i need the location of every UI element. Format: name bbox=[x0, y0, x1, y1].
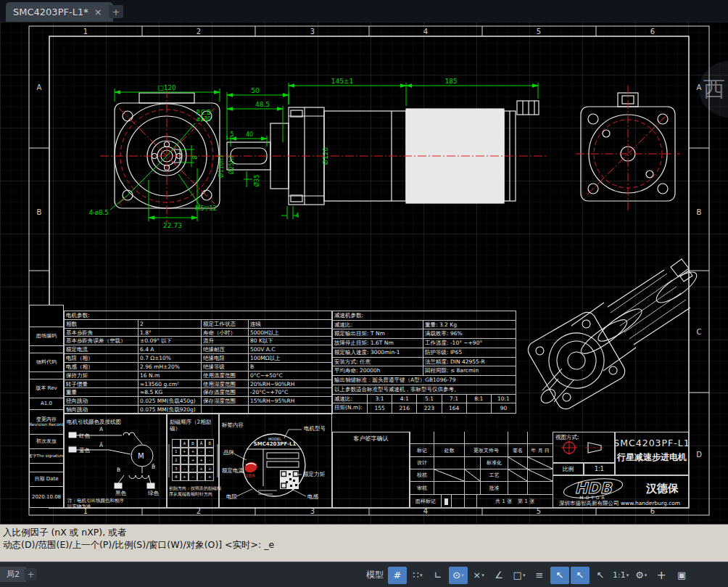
settings-gear-icon[interactable]: ⚙▾ bbox=[632, 567, 650, 584]
svg-text:2: 2 bbox=[197, 507, 201, 515]
lineweight-toggle-icon[interactable]: ≡ bbox=[530, 567, 549, 584]
nameplate-brand-logo: 汉德保 bbox=[244, 473, 255, 477]
dim-square: □120 bbox=[157, 84, 176, 91]
angle-toggle-icon[interactable]: ∠ bbox=[489, 567, 508, 584]
drawing-code-label: 图纸编码 bbox=[30, 327, 63, 346]
iso-view bbox=[525, 259, 700, 412]
date-value: 2020.10.08 bbox=[30, 487, 63, 507]
zone-col: 1 bbox=[83, 28, 88, 36]
svg-text:2: 2 bbox=[197, 28, 201, 36]
svg-text:Ø35: Ø35 bbox=[253, 175, 260, 186]
side-view bbox=[227, 101, 539, 205]
command-history-line: 入比例因子 (nX 或 nXP), 或者 bbox=[3, 526, 725, 538]
material-code-label: 物料代码 bbox=[30, 353, 63, 372]
grid-toggle-icon[interactable]: # bbox=[388, 567, 407, 584]
svg-text:A: A bbox=[37, 83, 42, 91]
svg-text:5: 5 bbox=[537, 28, 541, 36]
scale-value: 1:1 bbox=[584, 463, 615, 475]
svg-text:ø130: ø130 bbox=[197, 116, 211, 123]
svg-text:C: C bbox=[697, 328, 702, 336]
svg-text:Ø120: Ø120 bbox=[322, 147, 329, 165]
logo-box: HDB MOTOR 汉德保 深圳市德智高新有限公司 www.handerburg… bbox=[553, 475, 689, 508]
hdb-logo: HDB MOTOR bbox=[562, 477, 624, 501]
layout-tab[interactable]: 局2 bbox=[0, 567, 26, 582]
svg-text:22.73: 22.73 bbox=[163, 222, 182, 229]
svg-text:4: 4 bbox=[423, 507, 428, 515]
revision-info-column: 图纸编码 物料代码 版本 Rev A1.0 变更内容Revision Recor… bbox=[29, 305, 64, 508]
status-bar: 局2 + 模型 # ∷▾ ∟ ⊙▾ ×▾ ∠ □▾ ≡ ↖ ↖ ↖ 1:1▾ ⚙… bbox=[0, 562, 728, 587]
svg-text:50: 50 bbox=[251, 87, 260, 94]
osnap-track-toggle-icon[interactable]: ×▾ bbox=[469, 567, 488, 584]
model-space-button[interactable]: 模型 bbox=[366, 569, 384, 581]
ortho-toggle-icon[interactable]: ∟ bbox=[429, 567, 447, 584]
wiring-title: 电机引线颜色及接线图 bbox=[67, 419, 121, 425]
dimension-labels: □120 P.C.D ø130 4-ø8.5 M5▽12 22.73 8 Ø11… bbox=[88, 78, 457, 229]
projection-symbol bbox=[558, 440, 611, 456]
svg-text:MOTOR: MOTOR bbox=[579, 495, 606, 500]
product-name: 行星减速步进电机 bbox=[616, 452, 688, 463]
svg-text:Ø110h7: Ø110h7 bbox=[218, 155, 225, 178]
scale-label: 比例 bbox=[553, 463, 584, 475]
svg-text:48.5: 48.5 bbox=[255, 101, 270, 108]
svg-text:3: 3 bbox=[310, 507, 315, 515]
gear-table-title: 减速机参数: bbox=[333, 311, 516, 320]
svg-text:4-ø8.5: 4-ø8.5 bbox=[88, 209, 108, 216]
svg-text:145±1: 145±1 bbox=[331, 78, 353, 85]
workspace-toggle-icon[interactable]: □▾ bbox=[510, 567, 529, 584]
isolate-objects-icon[interactable]: ▣ bbox=[672, 567, 691, 584]
svg-text:40: 40 bbox=[246, 131, 253, 138]
rear-centerlines bbox=[576, 86, 680, 212]
command-input-line[interactable]: 动态(D)/范围(E)/上一个(P)/比例(S)/窗口(W)/对象(O)] <实… bbox=[3, 538, 725, 551]
polar-toggle-icon[interactable]: ⊙▾ bbox=[449, 567, 468, 584]
svg-text:Ø25h7: Ø25h7 bbox=[228, 155, 235, 175]
snap-toggle-icon[interactable]: ∷▾ bbox=[408, 567, 427, 584]
svg-text:6: 6 bbox=[650, 28, 655, 36]
motor-table-title: 电机参数: bbox=[65, 311, 333, 320]
nameplate-cell: 标签内容 电机型号 品牌 额定电流 额定力矩 电阻 电感 MODEL SMC42… bbox=[219, 414, 332, 508]
signature-label: 签字The signature bbox=[30, 449, 63, 464]
svg-text:P.C.D: P.C.D bbox=[197, 110, 211, 116]
svg-text:B: B bbox=[37, 208, 42, 216]
svg-text:3: 3 bbox=[310, 28, 315, 36]
svg-text:4: 4 bbox=[295, 212, 299, 219]
svg-text:A: A bbox=[697, 83, 702, 91]
motor-symbol: M bbox=[138, 452, 144, 461]
version-label: 版本 Rev bbox=[30, 379, 63, 398]
customize-plus-icon[interactable]: + bbox=[652, 567, 671, 584]
svg-text:5: 5 bbox=[537, 507, 541, 515]
gearbox-parameter-table: 减速机参数: 减速比:重量: 3.2 Kg 额定输出扭矩: T Nm满载效率: … bbox=[332, 311, 516, 414]
brand-name: 汉德保 bbox=[646, 482, 679, 496]
company-line: 深圳市德智高新有限公司 www.handerburg.com bbox=[559, 500, 680, 506]
osnap-a-toggle-icon[interactable]: ↖ bbox=[550, 567, 569, 584]
svg-text:185: 185 bbox=[444, 78, 457, 85]
first-issue-label: 初次发放 bbox=[30, 435, 63, 449]
command-line-panel: 入比例因子 (nX 或 nXP), 或者 动态(D)/范围(E)/上一个(P)/… bbox=[0, 524, 728, 562]
svg-text:B: B bbox=[697, 208, 702, 216]
motor-parameter-table: 电机参数: 相数2额定工作状态连续 基本步距角1.8°寿命（小时）5000H以上… bbox=[64, 311, 332, 414]
wiring-cell: 电机引线颜色及接线图 红色 A 蓝色 Ā B B̄ 黑色 绿色 M 注：电机引出… bbox=[64, 414, 167, 508]
add-layout-button[interactable]: + bbox=[25, 568, 37, 580]
svg-text:D: D bbox=[696, 451, 702, 459]
revision-record-label: 变更内容Revision Record bbox=[30, 410, 63, 435]
svg-text:4: 4 bbox=[423, 28, 428, 36]
excitation-table: ABĀB̄ 1++-- 2-++- 3--++ 4+--+ bbox=[172, 439, 214, 481]
selection-cursor-icon[interactable]: ↖ bbox=[591, 567, 610, 584]
annotation-scale-button[interactable]: 1:1▾ bbox=[611, 567, 630, 584]
date-label: 日期 Date bbox=[30, 472, 63, 487]
osnap-b-toggle-icon[interactable]: ↖ bbox=[571, 567, 590, 584]
cad-application-window: SMC4203PF-L1* × + 西 1 2 3 4 5 6 1 2 bbox=[0, 0, 728, 587]
model-number: SMC4203PF-L1 bbox=[616, 438, 688, 449]
svg-text:6: 6 bbox=[650, 507, 655, 515]
customer-sign-box: 客户签字确认 bbox=[332, 432, 410, 508]
nameplate-model: SMC4203PF-L1 bbox=[244, 441, 306, 448]
status-toggle-group: 模型 # ∷▾ ∟ ⊙▾ ×▾ ∠ □▾ ≡ ↖ ↖ ↖ 1:1▾ ⚙▾ + ▣ bbox=[366, 565, 691, 585]
projection-box: 视图方式: bbox=[553, 432, 615, 463]
approval-grid: 标记 处数 更改文件号 签名 年 月 日 设计 标准化 校核 工艺 审核 批准 … bbox=[410, 432, 553, 508]
version-value: A1.0 bbox=[30, 398, 63, 410]
svg-text:8: 8 bbox=[192, 155, 199, 159]
svg-text:5: 5 bbox=[230, 131, 233, 138]
model-box: SMC4203PF-L1 行星减速步进电机 bbox=[615, 432, 689, 475]
svg-text:M5▽12: M5▽12 bbox=[195, 205, 217, 212]
